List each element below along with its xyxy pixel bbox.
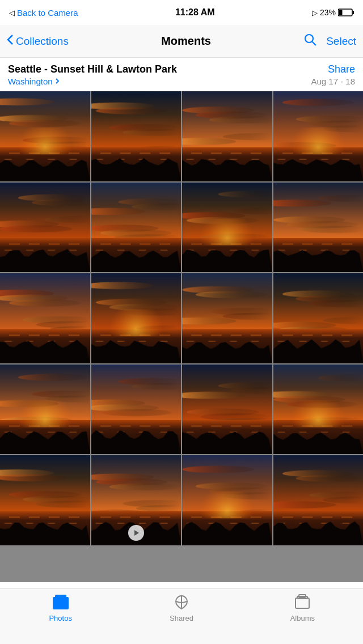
status-time: 11:28 AM <box>175 7 215 18</box>
photo-thumbnail[interactable] <box>91 365 182 455</box>
select-button[interactable]: Select <box>326 35 356 48</box>
photo-thumbnail[interactable] <box>182 365 272 455</box>
svg-rect-2 <box>339 10 342 15</box>
albums-icon <box>293 594 311 612</box>
photo-thumbnail[interactable] <box>273 273 364 363</box>
status-bar: ◁ Back to Camera 11:28 AM ▷ 23% <box>0 0 363 25</box>
photo-thumbnail[interactable] <box>0 91 90 181</box>
photo-thumbnail[interactable] <box>182 455 272 545</box>
location-label: Washington <box>8 77 53 86</box>
photo-thumbnail[interactable] <box>0 273 90 363</box>
photo-thumbnail[interactable] <box>273 365 364 455</box>
location-icon: ▷ <box>312 9 318 17</box>
photos-label: Photos <box>49 614 71 622</box>
tab-shared[interactable]: Shared <box>121 594 242 622</box>
shared-label: Shared <box>170 614 193 622</box>
photo-thumbnail[interactable] <box>91 91 182 181</box>
share-button[interactable]: Share <box>328 63 355 75</box>
photos-icon <box>52 594 70 612</box>
battery-text: 23% <box>320 8 336 17</box>
photo-thumbnail[interactable] <box>0 365 90 455</box>
tab-bar: Photos Shared Albums <box>0 588 363 644</box>
photo-thumbnail[interactable] <box>91 455 182 545</box>
photo-thumbnail[interactable] <box>273 91 364 181</box>
search-button[interactable] <box>303 33 317 49</box>
photo-thumbnail[interactable] <box>0 455 90 545</box>
back-arrow-icon: ◁ <box>9 9 15 17</box>
chevron-left-icon <box>7 34 14 48</box>
photo-thumbnail[interactable] <box>273 455 364 545</box>
battery-icon <box>338 9 354 16</box>
svg-marker-5 <box>134 530 139 536</box>
nav-title: Moments <box>161 35 211 48</box>
photo-thumbnail[interactable] <box>182 183 272 273</box>
status-indicators: ▷ 23% <box>312 8 354 17</box>
shared-icon <box>172 594 191 612</box>
svg-rect-6 <box>53 597 69 609</box>
photo-thumbnail[interactable] <box>0 183 90 273</box>
photo-grid-container <box>0 91 363 582</box>
collections-label[interactable]: Collections <box>16 35 69 48</box>
photo-thumbnail[interactable] <box>182 273 272 363</box>
video-indicator <box>128 525 144 541</box>
photo-thumbnail[interactable] <box>182 91 272 181</box>
nav-actions: Select <box>303 33 356 49</box>
chevron-right-icon <box>55 77 60 86</box>
svg-rect-7 <box>55 595 66 598</box>
photo-thumbnail[interactable] <box>91 273 182 363</box>
nav-bar: Collections Moments Select <box>0 25 363 58</box>
moment-date: Aug 17 - 18 <box>311 77 355 86</box>
moment-header: Seattle - Sunset Hill & Lawton Park Shar… <box>0 58 363 91</box>
photo-grid <box>0 91 363 545</box>
back-label[interactable]: Back to Camera <box>17 8 78 18</box>
tab-albums[interactable]: Albums <box>242 594 363 622</box>
moment-location[interactable]: Washington <box>8 77 60 86</box>
collections-back-button[interactable]: Collections <box>7 34 69 48</box>
svg-point-3 <box>305 35 313 43</box>
moment-title: Seattle - Sunset Hill & Lawton Park <box>8 63 177 75</box>
svg-rect-9 <box>296 598 309 608</box>
albums-label: Albums <box>290 614 315 622</box>
photo-thumbnail[interactable] <box>91 183 182 273</box>
status-back[interactable]: ◁ Back to Camera <box>9 8 78 18</box>
photo-thumbnail[interactable] <box>273 183 364 273</box>
tab-photos[interactable]: Photos <box>0 594 121 622</box>
svg-line-4 <box>313 42 316 46</box>
svg-rect-1 <box>352 11 354 14</box>
